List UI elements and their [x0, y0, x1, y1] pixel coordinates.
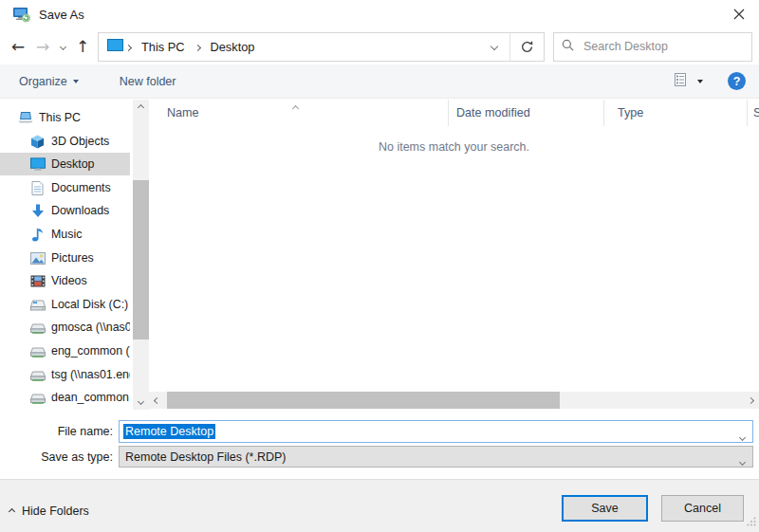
title-bar: Save As [0, 0, 759, 28]
documents-icon [29, 180, 46, 195]
recent-locations-chevron[interactable] [55, 33, 70, 60]
forward-button[interactable]: → [30, 33, 55, 60]
sidebar-scrollbar[interactable] [133, 100, 149, 410]
scroll-left-icon[interactable] [149, 392, 165, 409]
network-drive-icon [29, 367, 46, 382]
sidebar-item-documents[interactable]: Documents [0, 176, 130, 199]
search-input[interactable] [582, 39, 744, 54]
network-drive-icon [29, 343, 46, 358]
scroll-right-icon[interactable] [743, 392, 759, 409]
cancel-button[interactable]: Cancel [661, 495, 744, 522]
column-header-type[interactable]: Type [604, 100, 748, 126]
window-title: Save As [39, 8, 84, 22]
save-as-type-label: Save as type: [0, 450, 113, 464]
sidebar-item-eng-common-network-drive[interactable]: eng_common (\\ [0, 339, 130, 362]
column-header-size[interactable]: Size [748, 100, 759, 126]
address-bar[interactable]: This PC Desktop [98, 32, 545, 62]
search-box[interactable] [553, 32, 752, 62]
sidebar-item-tsg-network-drive[interactable]: tsg (\\nas01.eng [0, 363, 130, 386]
organize-button[interactable]: Organize [19, 75, 79, 88]
scroll-up-icon[interactable] [133, 100, 149, 116]
remote-desktop-app-icon [12, 7, 31, 23]
breadcrumb-separator-icon [126, 40, 131, 53]
sidebar-scrollbar-thumb[interactable] [133, 180, 149, 339]
empty-folder-message: No items match your search. [149, 140, 759, 154]
sort-ascending-icon [293, 101, 298, 114]
navigation-pane: This PC 3D Objects Desktop [0, 100, 130, 410]
resize-grip[interactable] [747, 516, 756, 529]
file-list-horizontal-scrollbar[interactable] [149, 392, 759, 409]
sidebar-item-desktop[interactable]: Desktop [0, 153, 130, 175]
hide-folders-button[interactable]: Hide Folders [9, 504, 89, 518]
new-folder-button[interactable]: New folder [120, 75, 176, 88]
sidebar-item-local-disk-c[interactable]: Local Disk (C:) [0, 293, 130, 316]
address-history-chevron[interactable] [479, 33, 509, 61]
file-list: Name Date modified Type Size No items ma… [149, 100, 759, 410]
sidebar-item-dean-common-network-drive[interactable]: dean_common (\ [0, 386, 130, 409]
network-drive-icon [29, 390, 46, 405]
view-dropdown-icon [697, 80, 703, 83]
details-view-icon [675, 73, 690, 89]
network-drive-icon [29, 320, 46, 335]
desktop-icon [29, 156, 46, 172]
sidebar-item-this-pc[interactable]: This PC [0, 106, 130, 129]
sidebar-item-gmosca-network-drive[interactable]: gmosca (\\nas01 [0, 316, 130, 339]
column-header-name[interactable]: Name [149, 100, 449, 126]
file-name-value: Remote Desktop [123, 424, 215, 439]
back-button[interactable]: ← [6, 33, 30, 60]
file-name-dropdown-chevron-icon[interactable] [740, 430, 745, 443]
breadcrumb-this-pc[interactable]: This PC [138, 38, 189, 56]
sidebar-item-pictures[interactable]: Pictures [0, 247, 130, 269]
organize-dropdown-icon [73, 80, 79, 83]
close-icon[interactable] [727, 4, 751, 25]
local-disk-icon [29, 297, 46, 312]
navigation-bar: ← → ↑ This PC Desktop [0, 28, 759, 64]
pictures-icon [29, 250, 46, 266]
file-name-label: File name: [0, 425, 113, 438]
save-button[interactable]: Save [562, 495, 648, 522]
column-header-date-modified[interactable]: Date modified [449, 100, 604, 126]
file-name-input[interactable]: Remote Desktop [119, 420, 753, 443]
refresh-icon[interactable] [509, 33, 544, 61]
search-icon [562, 39, 574, 54]
breadcrumb-desktop[interactable]: Desktop [207, 38, 259, 56]
save-as-type-dropdown-chevron-icon[interactable] [740, 454, 745, 468]
music-icon [29, 227, 46, 242]
3d-objects-icon [29, 134, 46, 149]
downloads-icon [29, 203, 46, 218]
command-toolbar: Organize New folder [0, 64, 759, 99]
change-view-button[interactable] [675, 73, 703, 89]
sidebar-item-downloads[interactable]: Downloads [0, 199, 130, 222]
dialog-footer: Hide Folders Save Cancel [0, 479, 759, 532]
collapse-icon [9, 507, 15, 514]
sidebar-item-music[interactable]: Music [0, 223, 130, 246]
file-fields: File name: Remote Desktop Save as type: … [0, 410, 759, 479]
sidebar-item-videos[interactable]: Videos [0, 269, 130, 292]
save-as-type-value: Remote Desktop Files (*.RDP) [125, 450, 287, 464]
help-icon[interactable]: ? [728, 72, 746, 90]
this-pc-icon [17, 110, 33, 125]
breadcrumb-separator-icon [195, 40, 200, 53]
up-button[interactable]: ↑ [70, 33, 95, 60]
horizontal-scrollbar-thumb[interactable] [167, 392, 560, 409]
videos-icon [29, 273, 46, 288]
scroll-down-icon[interactable] [133, 394, 149, 410]
sidebar-item-3d-objects[interactable]: 3D Objects [0, 130, 130, 153]
save-as-dialog: Save As ← → ↑ This PC Desktop [0, 0, 759, 532]
column-headers: Name Date modified Type Size [149, 100, 759, 126]
save-as-type-select[interactable]: Remote Desktop Files (*.RDP) [119, 446, 753, 468]
desktop-location-icon [107, 39, 123, 55]
